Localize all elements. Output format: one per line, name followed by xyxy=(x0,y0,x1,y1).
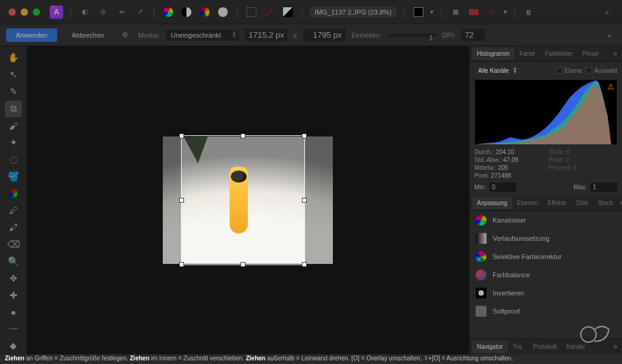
selection-brush-tool-icon[interactable]: ✦ xyxy=(5,135,22,151)
zoom-tool-icon[interactable]: 🔍 xyxy=(5,253,22,269)
crop-mode-select[interactable]: Uneingeschränkt ▲▼ xyxy=(166,30,239,41)
brush-tool-icon[interactable]: 🖌 xyxy=(5,118,22,134)
histogram-pane: Alle Kanäle ▲▼ Ebene Auswahl ⚠ Durch.: 2… xyxy=(470,62,622,195)
tab-brushes[interactable]: Pinsel xyxy=(578,47,604,60)
selection-checkbox[interactable]: Auswahl xyxy=(586,67,617,74)
overflow-chevron-icon[interactable]: » xyxy=(600,5,613,19)
layer-checkbox[interactable]: Ebene xyxy=(556,67,582,74)
pane-menu-icon[interactable]: ≡ xyxy=(618,200,622,206)
magnet-icon[interactable]: ⊃ xyxy=(485,5,499,19)
move-tool-icon[interactable]: ↖ xyxy=(5,67,22,83)
tab-adjustment[interactable]: Anpassung xyxy=(472,197,512,209)
crop-width-input[interactable] xyxy=(245,29,287,41)
selective-color-icon xyxy=(476,251,487,262)
watermark-logo xyxy=(578,320,612,347)
persona-develop-icon[interactable]: ⇔ xyxy=(115,5,128,19)
tab-styles[interactable]: Stile xyxy=(571,197,592,209)
crop-rectangle[interactable] xyxy=(181,135,305,265)
white-circle-icon[interactable] xyxy=(216,5,230,19)
tab-stock[interactable]: Stock xyxy=(593,197,618,209)
svg-point-1 xyxy=(581,327,596,342)
contrast-square-icon[interactable] xyxy=(281,5,295,19)
minimize-window-icon[interactable] xyxy=(21,8,28,16)
histogram-chart: ⚠ xyxy=(474,79,617,145)
adjustment-pane-tabs: Anpassung Ebenen Effekte Stile Stock ≡ xyxy=(470,195,622,211)
crop-handle[interactable] xyxy=(241,262,245,267)
gradient-tool-icon[interactable] xyxy=(5,186,22,202)
trash-icon[interactable]: 🗑 xyxy=(522,5,536,19)
dropdown-chevron-icon[interactable]: ▾ xyxy=(504,8,507,16)
settings-gear-icon[interactable]: ⚙ xyxy=(118,29,132,42)
crop-height-input[interactable] xyxy=(303,29,346,41)
grid-icon[interactable]: ▦ xyxy=(449,5,462,19)
canvas[interactable] xyxy=(27,46,469,354)
adjustment-channel-mixer[interactable]: Kanalmixer xyxy=(470,211,622,229)
color-picker-tool-icon[interactable]: ✎ xyxy=(5,84,22,100)
smudge-tool-icon[interactable]: 〰 xyxy=(5,321,22,337)
blur-tool-icon[interactable]: ● xyxy=(5,304,22,320)
mode-label: Modus: xyxy=(138,32,160,39)
adjustment-invert[interactable]: Invertieren xyxy=(470,284,622,302)
adjustment-gradient-map[interactable]: Verlaufsumsetzung xyxy=(470,229,622,248)
hand-tool-icon[interactable]: ✋ xyxy=(5,50,22,66)
tab-transform[interactable]: Tra. xyxy=(508,340,528,353)
crop-tool-icon[interactable]: ⧉ xyxy=(5,101,22,117)
pane-menu-icon[interactable]: ≡ xyxy=(611,343,620,350)
crop-handle[interactable] xyxy=(302,198,307,203)
cancel-button[interactable]: Abbrechen xyxy=(63,29,112,42)
hue-circle-icon[interactable] xyxy=(198,5,211,19)
context-toolbar: Anwenden Abbrechen ⚙ Modus: Uneingeschrä… xyxy=(0,24,622,46)
apply-button[interactable]: Anwenden xyxy=(6,29,57,42)
healing-tool-icon[interactable]: ✚ xyxy=(5,287,22,303)
maximize-window-icon[interactable] xyxy=(33,8,40,16)
color-wheel-icon[interactable] xyxy=(162,5,175,19)
crop-handle[interactable] xyxy=(179,262,184,267)
tab-histogram[interactable]: Histogramm xyxy=(472,47,514,60)
pane-menu-icon[interactable]: ≡ xyxy=(611,50,620,57)
dpi-input[interactable] xyxy=(461,29,485,41)
histogram-max-input[interactable] xyxy=(590,183,617,192)
units-select[interactable]: ▲▼ xyxy=(388,33,436,37)
clipping-warning-icon[interactable]: ⚠ xyxy=(607,83,614,91)
paint-brush-tool-icon[interactable]: 🖊 xyxy=(5,202,22,218)
status-bar: Ziehen an Griffen = Zuschnittgröße festl… xyxy=(0,354,622,364)
adjustment-color-balance[interactable]: Farbbalance xyxy=(470,266,622,284)
crop-handle[interactable] xyxy=(179,198,184,203)
crop-handle[interactable] xyxy=(179,133,184,138)
dropdown-chevron-icon[interactable]: ▾ xyxy=(430,8,434,16)
diagonal-icon[interactable] xyxy=(263,5,276,19)
erase-tool-icon[interactable]: ⌫ xyxy=(5,236,22,252)
mixer-brush-tool-icon[interactable]: 🖍 xyxy=(5,219,22,235)
histogram-min-input[interactable] xyxy=(490,183,516,192)
crop-handle[interactable] xyxy=(302,133,307,138)
persona-liquify-icon[interactable]: ◎ xyxy=(97,5,110,19)
bw-circle-icon[interactable] xyxy=(180,5,193,19)
tab-layers[interactable]: Ebenen xyxy=(512,197,542,209)
channel-select[interactable]: Alle Kanäle ▲▼ xyxy=(474,66,520,76)
tab-effects[interactable]: Effekte xyxy=(543,197,572,209)
crop-handle[interactable] xyxy=(241,133,245,138)
close-window-icon[interactable] xyxy=(9,8,16,16)
titlebar: A ◐ ◎ ⇔ ↗ IMG_1137 2.JPG (23.8%) ▾ ▦ ⊃ ▾… xyxy=(0,0,622,24)
tab-navigator[interactable]: Navigator xyxy=(472,340,508,353)
gradient-map-icon xyxy=(476,233,487,244)
marquee-icon[interactable] xyxy=(245,5,258,19)
tab-history[interactable]: Protokoll xyxy=(528,340,561,353)
adjustments-list: Kanalmixer Verlaufsumsetzung Selektive F… xyxy=(470,211,622,320)
clone-tool-icon[interactable]: ✥ xyxy=(5,270,22,286)
histogram-stats: Durch.: 204.10 Stufe: 0 Std. Abw.: 47.09… xyxy=(474,149,617,179)
marquee-ellipse-tool-icon[interactable]: ◌ xyxy=(5,152,22,168)
snap-icon[interactable] xyxy=(467,5,480,19)
overflow-chevron-icon[interactable]: » xyxy=(603,29,616,42)
adjustment-selective-color[interactable]: Selektive Farbkorrektur xyxy=(470,248,622,266)
tab-color[interactable]: Farbe xyxy=(514,47,540,60)
color-balance-icon xyxy=(476,269,487,280)
persona-export-icon[interactable]: ↗ xyxy=(133,5,146,19)
sponge-tool-icon[interactable]: ◆ xyxy=(5,338,22,354)
crop-handle[interactable] xyxy=(302,262,307,267)
adjustment-softproof[interactable]: Softproof xyxy=(470,302,622,320)
flood-fill-tool-icon[interactable]: 🪣 xyxy=(5,169,22,185)
fill-square-icon[interactable] xyxy=(412,5,425,19)
tab-swatches[interactable]: Farbfelder xyxy=(540,47,578,60)
persona-photo-icon[interactable]: ◐ xyxy=(78,5,92,19)
